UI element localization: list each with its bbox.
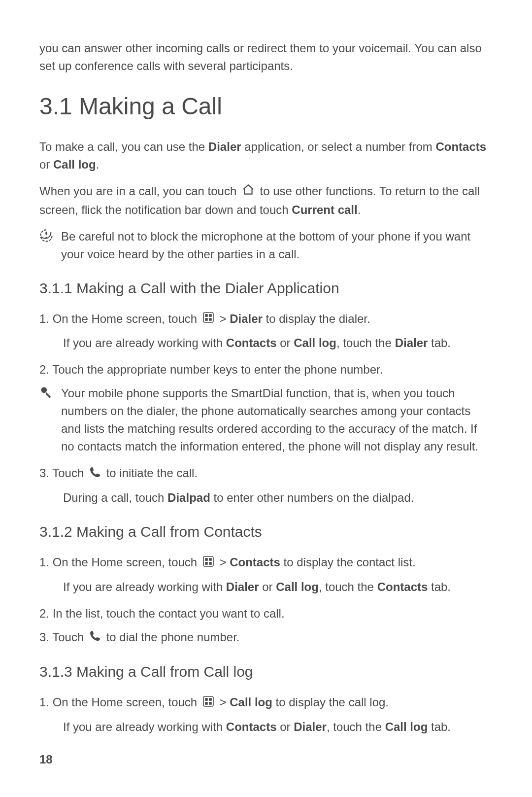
text: If you are already working with bbox=[63, 336, 226, 349]
text: 1. On the Home screen, touch bbox=[39, 555, 200, 569]
svg-rect-10 bbox=[205, 558, 207, 560]
svg-rect-13 bbox=[209, 562, 211, 564]
step-3-sub: During a call, touch Dialpad to enter ot… bbox=[63, 489, 493, 507]
text: 1. On the Home screen, touch bbox=[39, 695, 200, 709]
tip-note: Your mobile phone supports the SmartDial… bbox=[39, 384, 493, 455]
text: to enter other numbers on the dialpad. bbox=[210, 491, 414, 504]
section-3-1-2-heading: 3.1.2 Making a Call from Contacts bbox=[39, 520, 493, 543]
svg-rect-16 bbox=[209, 698, 211, 700]
bold-contacts: Contacts bbox=[435, 140, 486, 153]
text: , touch the bbox=[327, 720, 385, 733]
info-warning-icon bbox=[39, 229, 53, 243]
text: to display the dialer. bbox=[263, 312, 370, 325]
svg-rect-3 bbox=[203, 312, 213, 322]
text: To make a call, you can use the bbox=[39, 140, 208, 153]
text: 3. Touch bbox=[39, 630, 87, 644]
section-3-1-3-heading: 3.1.3 Making a Call from Call log bbox=[39, 660, 493, 683]
home-icon bbox=[242, 183, 255, 201]
svg-rect-17 bbox=[205, 702, 207, 704]
text: or bbox=[39, 158, 53, 171]
text: , touch the bbox=[319, 580, 377, 593]
text: to display the call log. bbox=[272, 695, 389, 709]
bold-call-log: Call log bbox=[385, 720, 428, 733]
tip-icon bbox=[39, 385, 53, 399]
bold-dialer: Dialer bbox=[294, 720, 327, 733]
svg-rect-14 bbox=[203, 696, 213, 706]
text: tab. bbox=[428, 580, 451, 593]
phone-call-icon bbox=[89, 465, 101, 483]
text: If you are already working with bbox=[63, 580, 226, 593]
step-2: 2. Touch the appropriate number keys to … bbox=[39, 361, 493, 379]
step-1-sub: If you are already working with Contacts… bbox=[63, 718, 493, 736]
step-1: 1. On the Home screen, touch > Call log … bbox=[39, 693, 493, 712]
bold-call-log: Call log bbox=[276, 580, 319, 593]
text: , touch the bbox=[336, 336, 395, 349]
intro-paragraph: you can answer other incoming calls or r… bbox=[39, 39, 493, 75]
step-3: 3. Touch to initiate the call. bbox=[39, 464, 493, 483]
bold-contacts: Contacts bbox=[230, 555, 280, 569]
section-3-1-para2: When you are in a call, you can touch to… bbox=[39, 182, 493, 219]
bold-dialer: Dialer bbox=[208, 140, 241, 153]
note-text: Be careful not to block the microphone a… bbox=[61, 228, 493, 263]
text: When you are in a call, you can touch bbox=[39, 184, 240, 198]
text: or bbox=[277, 336, 294, 349]
svg-rect-6 bbox=[205, 318, 207, 320]
step-3: 3. Touch to dial the phone number. bbox=[39, 628, 493, 647]
text: > bbox=[220, 695, 230, 709]
text: tab. bbox=[428, 336, 451, 349]
section-3-1-para1: To make a call, you can use the Dialer a… bbox=[39, 138, 493, 173]
bold-call-log: Call log bbox=[53, 158, 96, 171]
step-1-sub: If you are already working with Contacts… bbox=[63, 334, 493, 352]
step-2: 2. In the list, touch the contact you wa… bbox=[39, 605, 493, 623]
phone-call-icon bbox=[89, 629, 101, 647]
bold-contacts: Contacts bbox=[226, 720, 277, 733]
tip-text: Your mobile phone supports the SmartDial… bbox=[61, 384, 493, 455]
apps-grid-icon bbox=[202, 311, 214, 328]
svg-point-1 bbox=[45, 231, 47, 235]
bold-dialer: Dialer bbox=[230, 312, 263, 325]
step-1-sub: If you are already working with Dialer o… bbox=[63, 578, 493, 596]
text: During a call, touch bbox=[63, 491, 167, 504]
section-3-1-heading: 3.1 Making a Call bbox=[39, 89, 493, 124]
text: tab. bbox=[428, 720, 451, 733]
step-1: 1. On the Home screen, touch > Contacts … bbox=[39, 554, 493, 572]
text: to dial the phone number. bbox=[106, 630, 240, 644]
svg-rect-9 bbox=[203, 556, 213, 566]
bold-current-call: Current call bbox=[292, 203, 357, 216]
bold-contacts: Contacts bbox=[377, 580, 428, 593]
bold-dialpad: Dialpad bbox=[167, 491, 210, 504]
text: . bbox=[358, 203, 361, 216]
text: . bbox=[96, 158, 100, 171]
text: 3. Touch bbox=[39, 466, 87, 480]
svg-rect-5 bbox=[209, 314, 211, 316]
text: to initiate the call. bbox=[106, 466, 198, 480]
bold-dialer: Dialer bbox=[395, 336, 428, 349]
bold-dialer: Dialer bbox=[226, 580, 259, 593]
apps-grid-icon bbox=[202, 554, 214, 572]
text: If you are already working with bbox=[63, 720, 226, 733]
text: or bbox=[259, 580, 276, 593]
svg-rect-18 bbox=[209, 702, 211, 704]
text: > bbox=[220, 312, 230, 325]
text: to display the contact list. bbox=[280, 555, 416, 569]
step-1: 1. On the Home screen, touch > Dialer to… bbox=[39, 310, 493, 329]
svg-rect-12 bbox=[205, 562, 207, 564]
bold-call-log: Call log bbox=[230, 695, 272, 709]
page-number: 18 bbox=[39, 751, 493, 768]
text: > bbox=[220, 555, 230, 569]
bold-contacts: Contacts bbox=[226, 336, 277, 349]
svg-rect-15 bbox=[205, 698, 207, 700]
warning-note: Be careful not to block the microphone a… bbox=[39, 228, 493, 263]
svg-rect-4 bbox=[205, 314, 207, 316]
bold-call-log: Call log bbox=[294, 336, 336, 349]
apps-grid-icon bbox=[202, 694, 214, 712]
text: application, or select a number from bbox=[241, 140, 436, 153]
text: or bbox=[277, 720, 294, 733]
text: 1. On the Home screen, touch bbox=[39, 312, 200, 325]
svg-rect-7 bbox=[209, 318, 211, 320]
svg-rect-11 bbox=[209, 558, 211, 560]
section-3-1-1-heading: 3.1.1 Making a Call with the Dialer Appl… bbox=[39, 277, 493, 299]
